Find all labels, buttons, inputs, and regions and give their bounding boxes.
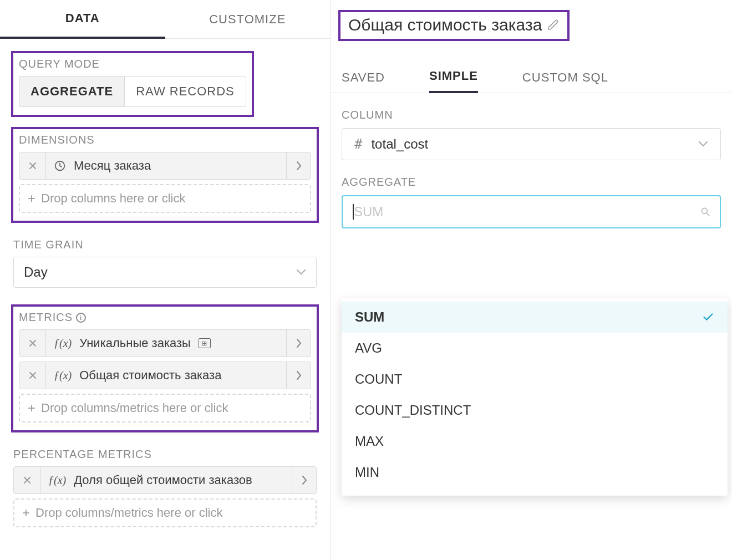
metric-chip[interactable]: ƒ(x) Общая стоимость заказа [19,362,311,389]
column-select[interactable]: #total_cost [342,128,721,160]
dimensions-label: DIMENSIONS [19,134,311,146]
aggregate-search-input[interactable] [342,195,721,228]
percentage-metric-chip[interactable]: ƒ(x) Доля общей стоимости заказов [13,466,317,494]
query-mode-block: QUERY MODE AGGREGATE RAW RECORDS [11,51,254,117]
chevron-right-icon [301,475,308,485]
time-grain-block: TIME GRAIN Day [13,233,317,294]
info-icon[interactable]: i [76,313,86,323]
metric-title-wrap: Общая стоимость заказа [338,10,570,41]
dimensions-dropzone[interactable]: + Drop columns here or click [19,184,311,213]
close-icon [23,476,32,485]
dimensions-drop-hint: Drop columns here or click [41,191,185,206]
tab-customize[interactable]: CUSTOMIZE [165,1,331,38]
time-grain-label: TIME GRAIN [13,238,317,251]
plus-icon: + [28,191,35,206]
percentage-metrics-block: PERCENTAGE METRICS ƒ(x) Доля общей стоим… [13,442,317,534]
metrics-block: METRICS i ƒ(x) Уникальные заказы ⊞ ƒ(x) … [11,304,319,432]
clock-icon [54,160,66,172]
check-icon [702,311,714,323]
left-panel: DATA CUSTOMIZE QUERY MODE AGGREGATE RAW … [0,0,330,534]
aggregate-option-min[interactable]: MIN [342,457,728,488]
aggregate-options: SUM AVG COUNT COUNT_DISTINCT MAX MIN [342,298,728,496]
dimension-chip[interactable]: Месяц заказа [19,152,311,180]
svg-point-1 [702,208,707,213]
pencil-icon[interactable] [547,19,560,31]
percentage-metric-label: Доля общей стоимости заказов [74,473,252,487]
query-mode-toggle: AGGREGATE RAW RECORDS [19,76,246,107]
metric-chip[interactable]: ƒ(x) Уникальные заказы ⊞ [19,329,311,357]
remove-metric-button[interactable] [19,362,46,389]
metric-chip-body: ƒ(x) Общая стоимость заказа [46,362,286,389]
percentage-metrics-dropzone[interactable]: + Drop columns/metrics here or click [13,498,317,527]
column-field: COLUMN #total_cost [331,109,732,160]
subtab-simple[interactable]: SIMPLE [429,69,478,93]
column-label: COLUMN [342,109,721,121]
subtab-custom-sql[interactable]: CUSTOM SQL [522,70,608,93]
chevron-down-icon [698,141,708,147]
aggregate-option-avg[interactable]: AVG [342,333,728,364]
chevron-right-icon [296,370,302,380]
remove-dimension-button[interactable] [19,152,46,179]
calculator-icon: ⊞ [199,338,211,348]
dimension-chip-expand[interactable] [286,152,311,179]
aggregate-label: AGGREGATE [342,176,721,189]
percentage-metrics-drop-hint: Drop columns/metrics here or click [35,506,222,520]
metric-chip-expand[interactable] [286,330,311,357]
time-grain-value: Day [24,264,48,280]
column-select-value: #total_cost [354,136,428,152]
metrics-label: METRICS i [19,311,311,324]
aggregate-search-wrap [342,195,721,228]
plus-icon: + [28,400,35,416]
dimension-chip-label: Месяц заказа [74,159,151,173]
search-icon [700,206,711,217]
plus-icon: + [22,505,30,521]
metrics-dropzone[interactable]: + Drop columns/metrics here or click [19,394,311,422]
aggregate-option-count[interactable]: COUNT [342,364,728,395]
query-mode-raw[interactable]: RAW RECORDS [124,76,246,107]
subtab-saved[interactable]: SAVED [342,70,385,93]
query-mode-label: QUERY MODE [19,58,246,70]
tab-data[interactable]: DATA [0,0,165,39]
percentage-metrics-label: PERCENTAGE METRICS [13,448,317,461]
chevron-right-icon [296,161,302,171]
primary-tabs: DATA CUSTOMIZE [0,0,330,39]
metric-chip-label: Общая стоимость заказа [79,368,221,383]
metric-title-text: Общая стоимость заказа [348,16,542,34]
fx-icon: ƒ(x) [48,474,66,487]
aggregate-option-max[interactable]: MAX [342,426,728,457]
text-caret [353,204,354,220]
remove-percentage-metric-button[interactable] [14,467,40,493]
metrics-drop-hint: Drop columns/metrics here or click [41,401,228,415]
close-icon [28,371,37,380]
percentage-metric-body: ƒ(x) Доля общей стоимости заказов [40,467,292,493]
dimensions-block: DIMENSIONS Месяц заказа + Drop columns h… [11,127,319,223]
time-grain-select[interactable]: Day [13,257,317,288]
metric-chip-body: ƒ(x) Уникальные заказы ⊞ [46,330,286,357]
close-icon [28,339,37,348]
metric-title[interactable]: Общая стоимость заказа [348,16,560,34]
percentage-metric-expand[interactable] [292,467,316,493]
close-icon [28,161,37,170]
dimension-chip-body: Месяц заказа [46,152,286,179]
fx-icon: ƒ(x) [54,337,72,350]
metric-chip-label: Уникальные заказы [79,336,191,350]
chevron-down-icon [296,269,306,276]
right-panel: Общая стоимость заказа SAVED SIMPLE CUST… [330,0,732,560]
aggregate-field: AGGREGATE [331,176,732,228]
fx-icon: ƒ(x) [54,369,72,382]
chevron-right-icon [296,338,302,348]
hash-icon: # [354,136,362,152]
query-mode-aggregate[interactable]: AGGREGATE [19,76,124,107]
aggregate-option-count-distinct[interactable]: COUNT_DISTINCT [342,395,728,426]
remove-metric-button[interactable] [19,330,46,357]
metric-chip-expand[interactable] [286,362,311,389]
editor-subtabs: SAVED SIMPLE CUSTOM SQL [331,61,732,93]
aggregate-option-sum[interactable]: SUM [342,302,728,333]
